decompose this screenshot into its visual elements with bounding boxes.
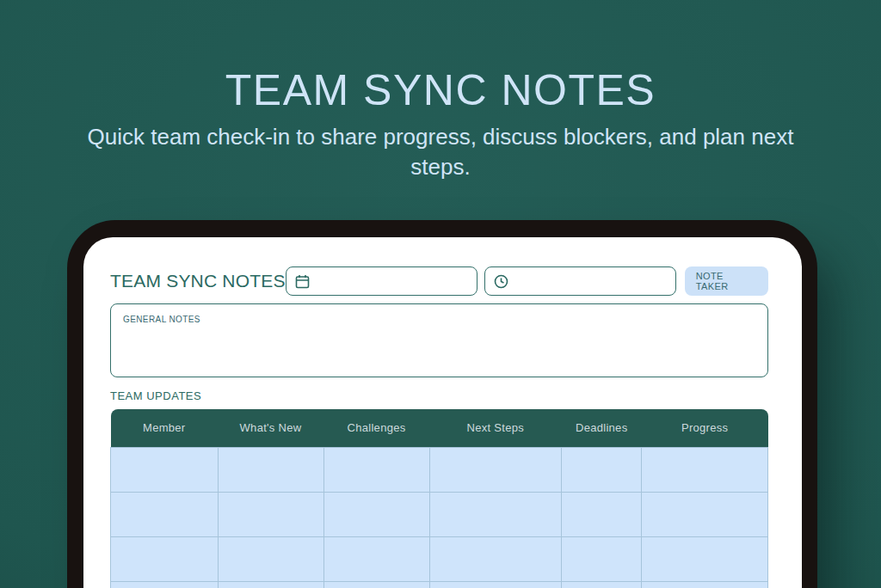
clock-icon	[494, 274, 508, 289]
team-updates-label: TEAM UPDATES	[110, 389, 768, 402]
column-header-deadlines: Deadlines	[562, 409, 642, 447]
table-cell[interactable]	[642, 447, 768, 492]
time-input[interactable]	[515, 275, 667, 288]
table-cell[interactable]	[111, 536, 219, 581]
table-cell[interactable]	[111, 492, 219, 536]
table-cell[interactable]	[642, 581, 768, 588]
general-notes-label: GENERAL NOTES	[123, 315, 755, 324]
column-header-member: Member	[111, 409, 219, 447]
page-subtitle: Quick team check-in to share progress, d…	[75, 122, 806, 182]
table-cell[interactable]	[562, 492, 642, 536]
time-field[interactable]	[484, 266, 676, 296]
tablet-frame: TEAM SYNC NOTES	[67, 220, 817, 588]
table-cell[interactable]	[562, 581, 642, 588]
table-cell[interactable]	[323, 581, 429, 588]
column-header-what-s-new: What's New	[218, 409, 323, 447]
table-cell[interactable]	[562, 536, 642, 581]
date-field[interactable]	[286, 266, 477, 296]
table-cell[interactable]	[323, 447, 429, 492]
table-cell[interactable]	[218, 581, 323, 588]
table-cell[interactable]	[218, 492, 323, 536]
table-cell[interactable]	[323, 492, 429, 536]
document-heading: TEAM SYNC NOTES	[110, 271, 286, 291]
calendar-icon	[295, 274, 310, 289]
date-input[interactable]	[317, 275, 468, 288]
table-cell[interactable]	[429, 581, 562, 588]
column-header-next-steps: Next Steps	[429, 409, 562, 447]
general-notes-area[interactable]: GENERAL NOTES	[110, 303, 768, 377]
note-taker-field[interactable]: NOTE TAKER	[685, 266, 768, 296]
table-cell[interactable]	[429, 536, 562, 581]
document-content: TEAM SYNC NOTES	[83, 237, 802, 588]
table-cell[interactable]	[642, 492, 768, 536]
page-title: TEAM SYNC NOTES	[0, 67, 881, 113]
table-row	[111, 492, 768, 536]
table-cell[interactable]	[218, 447, 323, 492]
table-cell[interactable]	[218, 536, 323, 581]
table-cell[interactable]	[111, 447, 219, 492]
hero-section: TEAM SYNC NOTES Quick team check-in to s…	[0, 0, 881, 182]
table-header-row: MemberWhat's NewChallengesNext StepsDead…	[111, 409, 768, 447]
team-updates-table: MemberWhat's NewChallengesNext StepsDead…	[110, 409, 768, 588]
table-row	[111, 536, 768, 581]
table-row	[111, 447, 768, 492]
table-cell[interactable]	[429, 447, 562, 492]
column-header-progress: Progress	[642, 409, 768, 447]
table-cell[interactable]	[111, 581, 219, 588]
table-cell[interactable]	[323, 536, 429, 581]
table-cell[interactable]	[562, 447, 642, 492]
table-cell[interactable]	[429, 492, 562, 536]
document-page: TEAM SYNC NOTES	[83, 237, 802, 588]
table-cell[interactable]	[642, 536, 768, 581]
document-header-row: TEAM SYNC NOTES	[110, 266, 768, 296]
note-taker-label: NOTE TAKER	[696, 271, 757, 291]
table-row	[111, 581, 768, 588]
column-header-challenges: Challenges	[323, 409, 429, 447]
